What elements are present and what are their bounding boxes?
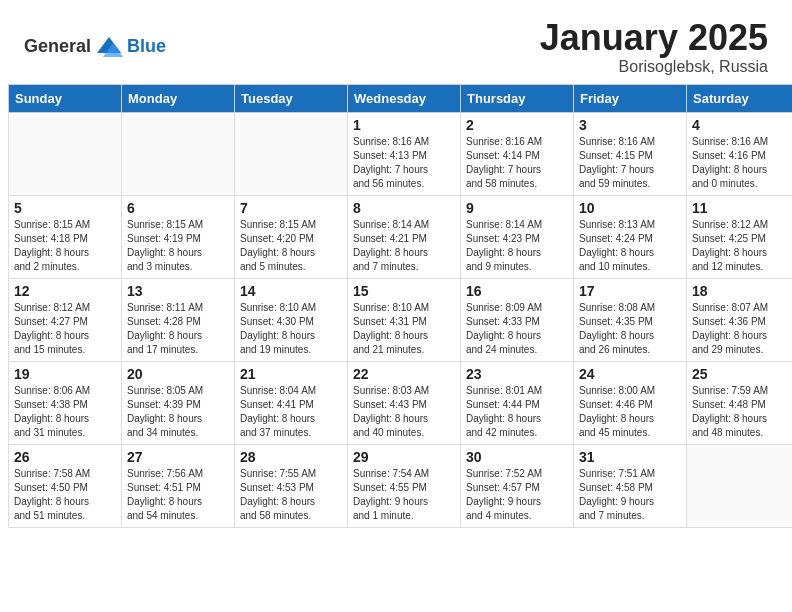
calendar-header-tuesday: Tuesday bbox=[235, 84, 348, 112]
day-number: 22 bbox=[353, 366, 455, 382]
day-number: 3 bbox=[579, 117, 681, 133]
calendar-cell: 27Sunrise: 7:56 AM Sunset: 4:51 PM Dayli… bbox=[122, 444, 235, 527]
logo-blue-text: Blue bbox=[127, 36, 166, 57]
calendar-header-thursday: Thursday bbox=[461, 84, 574, 112]
day-number: 18 bbox=[692, 283, 792, 299]
calendar-cell bbox=[9, 112, 122, 195]
calendar-header-saturday: Saturday bbox=[687, 84, 793, 112]
day-number: 1 bbox=[353, 117, 455, 133]
day-number: 24 bbox=[579, 366, 681, 382]
calendar-cell: 21Sunrise: 8:04 AM Sunset: 4:41 PM Dayli… bbox=[235, 361, 348, 444]
day-number: 6 bbox=[127, 200, 229, 216]
day-number: 10 bbox=[579, 200, 681, 216]
calendar-cell: 10Sunrise: 8:13 AM Sunset: 4:24 PM Dayli… bbox=[574, 195, 687, 278]
day-info: Sunrise: 7:58 AM Sunset: 4:50 PM Dayligh… bbox=[14, 467, 116, 523]
calendar-week-4: 19Sunrise: 8:06 AM Sunset: 4:38 PM Dayli… bbox=[9, 361, 793, 444]
day-info: Sunrise: 8:01 AM Sunset: 4:44 PM Dayligh… bbox=[466, 384, 568, 440]
calendar-cell: 28Sunrise: 7:55 AM Sunset: 4:53 PM Dayli… bbox=[235, 444, 348, 527]
day-number: 9 bbox=[466, 200, 568, 216]
calendar-table: SundayMondayTuesdayWednesdayThursdayFrid… bbox=[8, 84, 792, 528]
location-subtitle: Borisoglebsk, Russia bbox=[540, 58, 768, 76]
calendar-cell: 9Sunrise: 8:14 AM Sunset: 4:23 PM Daylig… bbox=[461, 195, 574, 278]
day-info: Sunrise: 8:09 AM Sunset: 4:33 PM Dayligh… bbox=[466, 301, 568, 357]
calendar-week-1: 1Sunrise: 8:16 AM Sunset: 4:13 PM Daylig… bbox=[9, 112, 793, 195]
day-info: Sunrise: 8:10 AM Sunset: 4:31 PM Dayligh… bbox=[353, 301, 455, 357]
calendar-cell: 7Sunrise: 8:15 AM Sunset: 4:20 PM Daylig… bbox=[235, 195, 348, 278]
logo-general-text: General bbox=[24, 36, 91, 57]
day-number: 12 bbox=[14, 283, 116, 299]
calendar-cell: 4Sunrise: 8:16 AM Sunset: 4:16 PM Daylig… bbox=[687, 112, 793, 195]
calendar-cell: 30Sunrise: 7:52 AM Sunset: 4:57 PM Dayli… bbox=[461, 444, 574, 527]
day-info: Sunrise: 7:56 AM Sunset: 4:51 PM Dayligh… bbox=[127, 467, 229, 523]
calendar-cell: 14Sunrise: 8:10 AM Sunset: 4:30 PM Dayli… bbox=[235, 278, 348, 361]
day-number: 7 bbox=[240, 200, 342, 216]
calendar-cell: 3Sunrise: 8:16 AM Sunset: 4:15 PM Daylig… bbox=[574, 112, 687, 195]
calendar-cell: 25Sunrise: 7:59 AM Sunset: 4:48 PM Dayli… bbox=[687, 361, 793, 444]
day-number: 20 bbox=[127, 366, 229, 382]
calendar-wrapper: SundayMondayTuesdayWednesdayThursdayFrid… bbox=[0, 84, 792, 536]
day-info: Sunrise: 8:05 AM Sunset: 4:39 PM Dayligh… bbox=[127, 384, 229, 440]
day-info: Sunrise: 8:11 AM Sunset: 4:28 PM Dayligh… bbox=[127, 301, 229, 357]
day-number: 28 bbox=[240, 449, 342, 465]
day-number: 30 bbox=[466, 449, 568, 465]
day-number: 11 bbox=[692, 200, 792, 216]
calendar-cell: 31Sunrise: 7:51 AM Sunset: 4:58 PM Dayli… bbox=[574, 444, 687, 527]
calendar-header-friday: Friday bbox=[574, 84, 687, 112]
day-info: Sunrise: 8:16 AM Sunset: 4:16 PM Dayligh… bbox=[692, 135, 792, 191]
calendar-cell: 2Sunrise: 8:16 AM Sunset: 4:14 PM Daylig… bbox=[461, 112, 574, 195]
calendar-cell: 8Sunrise: 8:14 AM Sunset: 4:21 PM Daylig… bbox=[348, 195, 461, 278]
day-info: Sunrise: 8:16 AM Sunset: 4:13 PM Dayligh… bbox=[353, 135, 455, 191]
calendar-cell: 19Sunrise: 8:06 AM Sunset: 4:38 PM Dayli… bbox=[9, 361, 122, 444]
calendar-cell: 17Sunrise: 8:08 AM Sunset: 4:35 PM Dayli… bbox=[574, 278, 687, 361]
day-number: 2 bbox=[466, 117, 568, 133]
day-number: 31 bbox=[579, 449, 681, 465]
calendar-cell: 5Sunrise: 8:15 AM Sunset: 4:18 PM Daylig… bbox=[9, 195, 122, 278]
calendar-cell: 12Sunrise: 8:12 AM Sunset: 4:27 PM Dayli… bbox=[9, 278, 122, 361]
day-info: Sunrise: 8:15 AM Sunset: 4:20 PM Dayligh… bbox=[240, 218, 342, 274]
day-number: 4 bbox=[692, 117, 792, 133]
day-info: Sunrise: 8:16 AM Sunset: 4:14 PM Dayligh… bbox=[466, 135, 568, 191]
calendar-cell: 20Sunrise: 8:05 AM Sunset: 4:39 PM Dayli… bbox=[122, 361, 235, 444]
day-info: Sunrise: 7:51 AM Sunset: 4:58 PM Dayligh… bbox=[579, 467, 681, 523]
day-info: Sunrise: 8:15 AM Sunset: 4:18 PM Dayligh… bbox=[14, 218, 116, 274]
day-number: 8 bbox=[353, 200, 455, 216]
month-title: January 2025 bbox=[540, 18, 768, 58]
day-info: Sunrise: 8:07 AM Sunset: 4:36 PM Dayligh… bbox=[692, 301, 792, 357]
day-info: Sunrise: 8:12 AM Sunset: 4:27 PM Dayligh… bbox=[14, 301, 116, 357]
day-number: 5 bbox=[14, 200, 116, 216]
day-info: Sunrise: 8:06 AM Sunset: 4:38 PM Dayligh… bbox=[14, 384, 116, 440]
day-number: 15 bbox=[353, 283, 455, 299]
day-info: Sunrise: 8:15 AM Sunset: 4:19 PM Dayligh… bbox=[127, 218, 229, 274]
day-number: 19 bbox=[14, 366, 116, 382]
day-info: Sunrise: 7:59 AM Sunset: 4:48 PM Dayligh… bbox=[692, 384, 792, 440]
day-info: Sunrise: 8:00 AM Sunset: 4:46 PM Dayligh… bbox=[579, 384, 681, 440]
day-number: 25 bbox=[692, 366, 792, 382]
day-number: 14 bbox=[240, 283, 342, 299]
day-info: Sunrise: 7:52 AM Sunset: 4:57 PM Dayligh… bbox=[466, 467, 568, 523]
day-info: Sunrise: 7:55 AM Sunset: 4:53 PM Dayligh… bbox=[240, 467, 342, 523]
calendar-cell: 16Sunrise: 8:09 AM Sunset: 4:33 PM Dayli… bbox=[461, 278, 574, 361]
logo: General Blue bbox=[24, 33, 166, 61]
day-info: Sunrise: 8:03 AM Sunset: 4:43 PM Dayligh… bbox=[353, 384, 455, 440]
day-info: Sunrise: 8:10 AM Sunset: 4:30 PM Dayligh… bbox=[240, 301, 342, 357]
day-info: Sunrise: 7:54 AM Sunset: 4:55 PM Dayligh… bbox=[353, 467, 455, 523]
day-info: Sunrise: 8:08 AM Sunset: 4:35 PM Dayligh… bbox=[579, 301, 681, 357]
calendar-cell: 6Sunrise: 8:15 AM Sunset: 4:19 PM Daylig… bbox=[122, 195, 235, 278]
calendar-cell bbox=[687, 444, 793, 527]
calendar-cell: 29Sunrise: 7:54 AM Sunset: 4:55 PM Dayli… bbox=[348, 444, 461, 527]
calendar-header-wednesday: Wednesday bbox=[348, 84, 461, 112]
calendar-cell bbox=[235, 112, 348, 195]
calendar-header-sunday: Sunday bbox=[9, 84, 122, 112]
calendar-cell: 18Sunrise: 8:07 AM Sunset: 4:36 PM Dayli… bbox=[687, 278, 793, 361]
day-number: 16 bbox=[466, 283, 568, 299]
day-info: Sunrise: 8:04 AM Sunset: 4:41 PM Dayligh… bbox=[240, 384, 342, 440]
calendar-cell: 1Sunrise: 8:16 AM Sunset: 4:13 PM Daylig… bbox=[348, 112, 461, 195]
day-info: Sunrise: 8:14 AM Sunset: 4:21 PM Dayligh… bbox=[353, 218, 455, 274]
calendar-week-2: 5Sunrise: 8:15 AM Sunset: 4:18 PM Daylig… bbox=[9, 195, 793, 278]
calendar-cell: 13Sunrise: 8:11 AM Sunset: 4:28 PM Dayli… bbox=[122, 278, 235, 361]
calendar-cell bbox=[122, 112, 235, 195]
calendar-cell: 24Sunrise: 8:00 AM Sunset: 4:46 PM Dayli… bbox=[574, 361, 687, 444]
calendar-cell: 11Sunrise: 8:12 AM Sunset: 4:25 PM Dayli… bbox=[687, 195, 793, 278]
day-info: Sunrise: 8:13 AM Sunset: 4:24 PM Dayligh… bbox=[579, 218, 681, 274]
day-number: 26 bbox=[14, 449, 116, 465]
